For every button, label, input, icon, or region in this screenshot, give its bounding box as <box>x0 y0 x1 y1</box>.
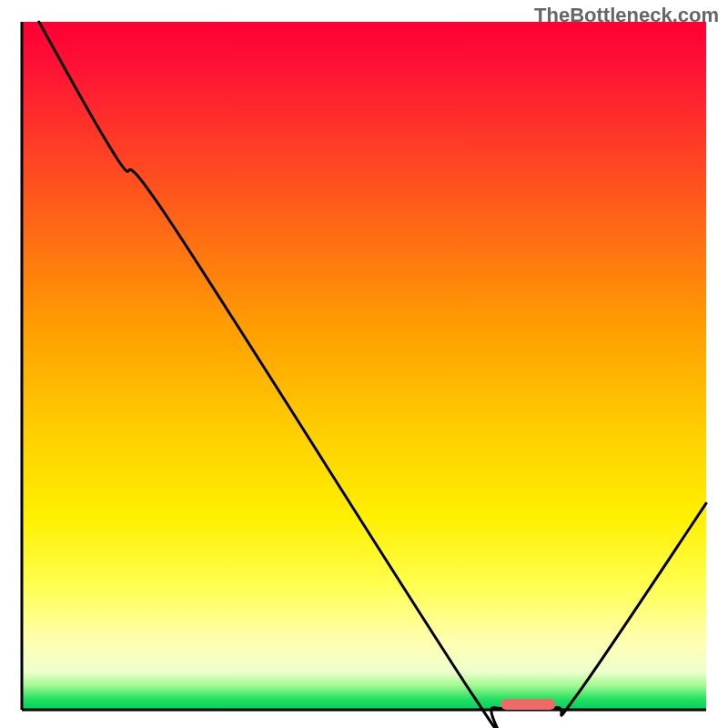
optimal-marker <box>500 699 555 710</box>
watermark-text: TheBottleneck.com <box>534 4 719 27</box>
bottleneck-chart: TheBottleneck.com <box>0 0 728 728</box>
plot-background <box>22 22 706 710</box>
chart-svg <box>0 0 728 728</box>
